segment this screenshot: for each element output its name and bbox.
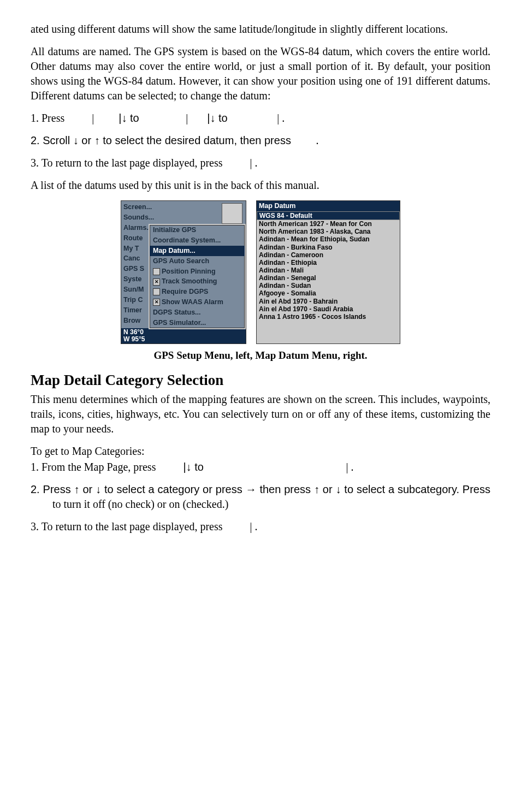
- text: to turn it off (no check) or on (checked…: [52, 498, 228, 510]
- text: .: [316, 134, 318, 146]
- checkbox-icon[interactable]: [153, 288, 160, 295]
- map-datum-menu-screenshot: Map Datum WGS 84 - Default North America…: [256, 200, 400, 344]
- list-item[interactable]: Adindan - Senegal: [257, 274, 400, 282]
- gps-setup-menu-screenshot: Screen... Sounds... Alarms... Route My T…: [121, 200, 246, 344]
- window-title: Map Datum: [257, 201, 400, 211]
- submenu-item[interactable]: ✕Track Smoothing: [150, 276, 245, 287]
- section-heading: Map Detail Category Selection: [31, 370, 490, 390]
- text: 3. To return to the last page displayed,…: [31, 520, 225, 532]
- list-item[interactable]: Afgooye - Somalia: [257, 289, 400, 297]
- status-bar: N 36°0 W 95°5: [121, 328, 246, 343]
- text: | .: [346, 461, 353, 473]
- list-item[interactable]: Anna 1 Astro 1965 - Cocos Islands: [257, 313, 400, 321]
- coord-n: N 36°0: [123, 329, 244, 336]
- list-item[interactable]: Adindan - Sudan: [257, 282, 400, 289]
- datum-list[interactable]: WGS 84 - Default North American 1927 - M…: [257, 211, 400, 343]
- list-item[interactable]: Adindan - Ethiopia: [257, 259, 400, 266]
- text: 1. Press: [31, 112, 67, 124]
- step-3: 3. To return to the last page displayed,…: [31, 156, 490, 170]
- label: Position Pinning: [162, 268, 216, 275]
- label: Track Smoothing: [162, 277, 217, 285]
- list-item[interactable]: Adindan - Cameroon: [257, 251, 400, 259]
- submenu-item[interactable]: ✕Show WAAS Alarm: [150, 297, 245, 307]
- text: |: [186, 112, 188, 124]
- list-item[interactable]: Adindan - Burkina Faso: [257, 244, 400, 251]
- text: 3. To return to the last page displayed,…: [31, 157, 225, 169]
- submenu-item[interactable]: Require DGPS: [150, 287, 245, 297]
- checkbox-icon[interactable]: ✕: [153, 299, 160, 306]
- gps-submenu: Initialize GPS Coordinate System... Map …: [149, 224, 246, 329]
- text: | .: [277, 112, 285, 124]
- step-1b: 1. From the Map Page, press |↓ to | .: [31, 460, 490, 475]
- list-item[interactable]: Ain el Abd 1970 - Saudi Arabia: [257, 305, 400, 313]
- text: 1. From the Map Page, press: [31, 461, 158, 473]
- step-2b: 2. Press ↑ or ↓ to select a category or …: [31, 482, 490, 512]
- submenu-item[interactable]: GPS Simulator...: [150, 318, 245, 328]
- step-1: 1. Press | |↓ to | |↓ to | .: [31, 111, 490, 126]
- submenu-item[interactable]: GPS Auto Search: [150, 256, 245, 266]
- text: 2. Press ↑ or ↓ to select a category or …: [31, 483, 490, 495]
- map-thumbnail-icon: [222, 203, 242, 224]
- list-item[interactable]: North American 1983 - Alaska, Cana: [257, 228, 400, 235]
- list-item[interactable]: Adindan - Mean for Ethiopia, Sudan: [257, 235, 400, 243]
- figure-row: Screen... Sounds... Alarms... Route My T…: [31, 200, 490, 344]
- text: |↓ to: [207, 112, 230, 124]
- figure-caption: GPS Setup Menu, left, Map Datum Menu, ri…: [31, 348, 490, 363]
- text: | .: [250, 520, 257, 532]
- submenu-item-selected[interactable]: Map Datum...: [150, 246, 245, 256]
- list-item[interactable]: North American 1927 - Mean for Con: [257, 220, 400, 228]
- list-item[interactable]: Adindan - Mali: [257, 266, 400, 274]
- paragraph: This menu determines which of the mappin…: [31, 392, 490, 436]
- paragraph: ated using different datums will show th…: [31, 22, 490, 37]
- text: |↓ to: [119, 112, 142, 124]
- text: |: [92, 112, 94, 124]
- paragraph: All datums are named. The GPS system is …: [31, 44, 490, 103]
- paragraph: To get to Map Categories:: [31, 444, 490, 459]
- paragraph: A list of the datums used by this unit i…: [31, 178, 490, 193]
- submenu-item[interactable]: Coordinate System...: [150, 235, 245, 246]
- submenu-item[interactable]: Initialize GPS: [150, 225, 245, 235]
- submenu-item[interactable]: Position Pinning: [150, 266, 245, 277]
- list-item-selected[interactable]: WGS 84 - Default: [257, 211, 400, 220]
- label: Show WAAS Alarm: [162, 298, 223, 306]
- checkbox-icon[interactable]: [153, 268, 160, 275]
- label: Require DGPS: [162, 288, 208, 295]
- text: 2. Scroll ↓ or ↑ to select the desired d…: [31, 134, 294, 146]
- text: |↓ to: [183, 461, 206, 473]
- coord-w: W 95°5: [123, 336, 244, 343]
- submenu-item[interactable]: DGPS Status...: [150, 307, 245, 318]
- list-item[interactable]: Ain el Abd 1970 - Bahrain: [257, 298, 400, 305]
- step-2: 2. Scroll ↓ or ↑ to select the desired d…: [31, 133, 490, 148]
- step-3b: 3. To return to the last page displayed,…: [31, 519, 490, 534]
- text: | .: [250, 157, 257, 169]
- checkbox-icon[interactable]: ✕: [153, 278, 160, 286]
